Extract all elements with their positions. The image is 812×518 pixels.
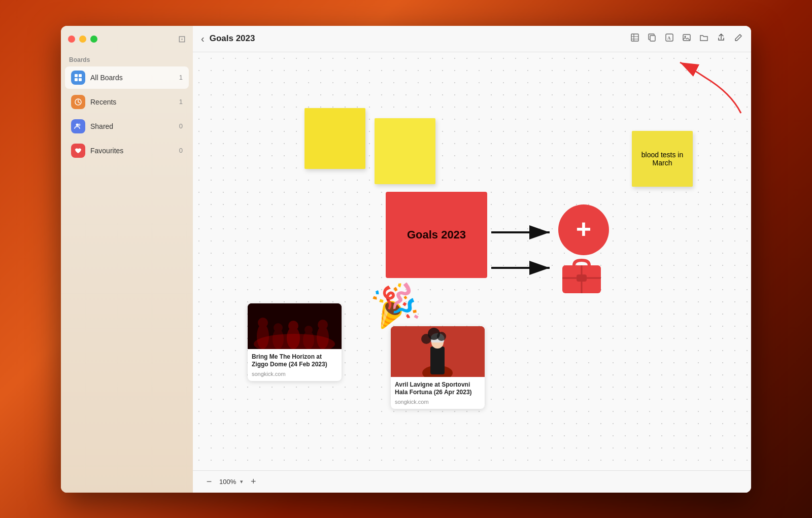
folder-icon[interactable] <box>699 33 708 45</box>
share-icon[interactable] <box>717 33 726 45</box>
goals-2023-label: Goals 2023 <box>407 228 466 241</box>
svg-point-15 <box>685 36 686 37</box>
toolbar-icons: A <box>630 33 743 45</box>
back-button[interactable]: ‹ <box>201 33 205 45</box>
table-icon[interactable] <box>630 33 639 45</box>
bottom-bar: − 100% ▾ + <box>193 470 751 493</box>
svg-point-28 <box>274 323 283 332</box>
main-content: ‹ Goals 2023 <box>193 26 751 493</box>
traffic-light-fullscreen[interactable] <box>90 36 97 43</box>
sticky-note-1[interactable] <box>304 108 365 169</box>
bmth-image <box>248 303 342 349</box>
party-hat-icon: 🎉 <box>367 278 423 331</box>
sidebar-item-all-boards[interactable]: All Boards 1 <box>65 66 189 89</box>
copy-icon[interactable] <box>648 33 657 45</box>
shared-icon <box>71 119 85 133</box>
red-arrow-annotation <box>604 52 746 123</box>
svg-rect-23 <box>577 274 587 282</box>
svg-rect-2 <box>75 78 78 81</box>
recents-icon <box>71 95 85 109</box>
sidebar-item-shared[interactable]: Shared 0 <box>65 115 189 137</box>
sidebar-titlebar: ⊡ <box>61 26 193 52</box>
recents-label: Recents <box>90 98 174 106</box>
svg-point-32 <box>304 326 313 334</box>
shared-label: Shared <box>90 122 174 130</box>
avril-image <box>391 326 485 377</box>
svg-rect-11 <box>650 36 655 41</box>
all-boards-label: All Boards <box>90 74 174 82</box>
favourites-icon <box>71 144 85 158</box>
traffic-light-close[interactable] <box>68 36 75 43</box>
bmth-card-source: songkick.com <box>252 371 337 377</box>
text-format-icon[interactable]: A <box>665 33 674 45</box>
shared-count: 0 <box>179 122 183 130</box>
zoom-in-button[interactable]: + <box>247 475 259 488</box>
avril-card-title: Avril Lavigne at Sportovni Hala Fortuna … <box>395 381 481 397</box>
goals-2023-box[interactable]: Goals 2023 <box>386 192 487 278</box>
briefcase-icon <box>556 250 607 296</box>
svg-rect-7 <box>631 34 638 41</box>
board-title: Goals 2023 <box>210 33 625 44</box>
sidebar: ⊡ Boards All Boards 1 <box>61 26 193 493</box>
svg-rect-38 <box>430 347 445 374</box>
bmth-event-card[interactable]: Bring Me The Horizon at Ziggo Dome (24 F… <box>248 303 342 381</box>
svg-point-30 <box>288 321 298 331</box>
edit-icon[interactable] <box>734 33 743 45</box>
favourites-label: Favourites <box>90 147 174 155</box>
zoom-dropdown-icon[interactable]: ▾ <box>240 478 243 485</box>
avril-card-source: songkick.com <box>395 399 481 405</box>
svg-text:A: A <box>667 36 671 41</box>
svg-point-6 <box>78 123 81 126</box>
medical-cross-circle: + <box>558 204 609 255</box>
svg-point-42 <box>437 332 446 341</box>
zoom-out-button[interactable]: − <box>203 475 215 488</box>
image-icon[interactable] <box>682 33 691 45</box>
recents-count: 1 <box>179 98 183 106</box>
all-boards-count: 1 <box>179 74 183 81</box>
bmth-card-title: Bring Me The Horizon at Ziggo Dome (24 F… <box>252 353 337 369</box>
cross-symbol: + <box>576 216 591 242</box>
sidebar-toggle-icon[interactable]: ⊡ <box>178 33 186 45</box>
arrow-to-briefcase <box>491 255 557 281</box>
all-boards-icon <box>71 71 85 85</box>
canvas-area[interactable]: blood tests in March Goals 2023 <box>193 52 751 470</box>
avril-card-body: Avril Lavigne at Sportovni Hala Fortuna … <box>391 377 485 409</box>
blood-tests-text: blood tests in March <box>637 151 688 167</box>
sidebar-item-recents[interactable]: Recents 1 <box>65 91 189 113</box>
sidebar-item-favourites[interactable]: Favourites 0 <box>65 140 189 162</box>
boards-section-label: Boards <box>61 52 193 65</box>
favourites-count: 0 <box>179 147 183 154</box>
traffic-light-minimize[interactable] <box>79 36 86 43</box>
svg-rect-0 <box>75 74 78 77</box>
avril-event-card[interactable]: Avril Lavigne at Sportovni Hala Fortuna … <box>391 326 485 409</box>
svg-rect-1 <box>79 74 82 77</box>
svg-rect-3 <box>79 78 82 81</box>
zoom-level-display: 100% <box>219 478 236 486</box>
svg-point-34 <box>318 320 328 330</box>
sticky-note-blood-tests[interactable]: blood tests in March <box>632 131 693 187</box>
app-window: ⊡ Boards All Boards 1 <box>61 26 751 493</box>
arrow-to-cross <box>491 220 557 245</box>
main-titlebar: ‹ Goals 2023 <box>193 26 751 52</box>
bmth-card-body: Bring Me The Horizon at Ziggo Dome (24 F… <box>248 349 342 381</box>
sticky-note-2[interactable] <box>375 118 435 184</box>
svg-point-26 <box>258 318 268 328</box>
